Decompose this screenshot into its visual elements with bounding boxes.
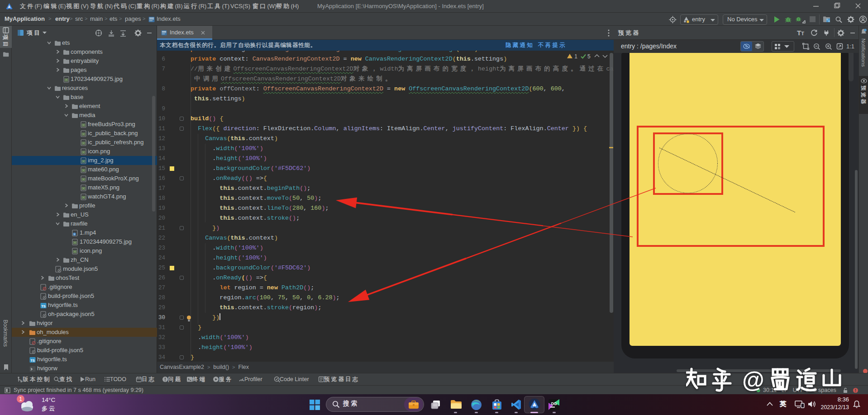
svg-text:@: @	[742, 368, 764, 393]
